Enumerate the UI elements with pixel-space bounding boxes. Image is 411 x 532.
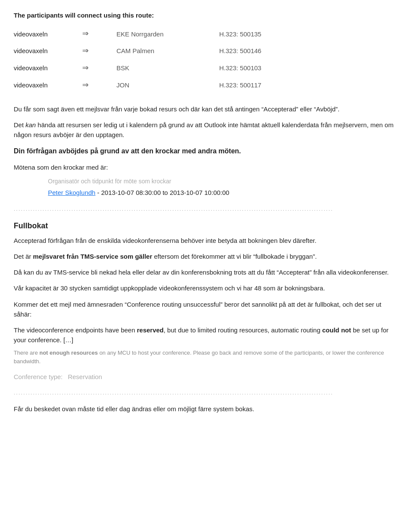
collision-warning: Din förfrågan avböjdes på grund av att d…	[14, 146, 397, 157]
route-to: JON	[116, 77, 219, 94]
quote2-start: There are	[14, 350, 39, 356]
conference-type-value: Reservation	[68, 373, 102, 380]
fullbokat-p5: Kommer det ett mejl med ämnesraden “Conf…	[14, 299, 397, 320]
dotted-line-1: ........................................…	[14, 205, 397, 213]
fullbokat-p4-text: Vår kapacitet är 30 stycken samtidigt up…	[14, 284, 325, 292]
quote1-end: , but due to limited routing resources, …	[164, 326, 322, 334]
route-row: videovaxeln ⇒ BSK H.323: 500103	[14, 60, 397, 77]
quote1-bold2: could not	[322, 326, 351, 334]
collision-meetings-text: Mötena som den krockar med är:	[14, 164, 108, 171]
collision-table-header: Organisatör och tidpunkt för möte som kr…	[48, 177, 397, 186]
collision-meeting-time: - 2013-10-07 08:30:00 to 2013-10-07 10:0…	[95, 189, 229, 196]
quote2-bold: not enough resources	[39, 350, 98, 356]
fullbokat-p1-text: Accepterad förfrågan från de enskilda vi…	[14, 237, 316, 244]
fullbokat-section: Fullbokat Accepterad förfrågan från de e…	[14, 220, 397, 382]
quote1-start: The videoconference endpoints have been	[14, 326, 137, 334]
fullbokat-p2: Det är mejlsvaret från TMS-service som g…	[14, 251, 397, 261]
fullbokat-p1: Accepterad förfrågan från de enskilda vi…	[14, 236, 397, 245]
route-to: BSK	[116, 60, 219, 77]
route-from: videovaxeln	[14, 60, 82, 77]
route-arrow: ⇒	[82, 60, 116, 77]
collision-meetings-label: Mötena som den krockar med är:	[14, 162, 397, 172]
fullbokat-title: Fullbokat	[14, 220, 397, 232]
paragraph-1: Du får som sagt även ett mejlsvar från v…	[14, 104, 397, 114]
route-from: videovaxeln	[14, 42, 82, 60]
route-to: CAM Palmen	[116, 42, 219, 60]
paragraph-2-italic: kan	[26, 121, 36, 129]
fullbokat-p2-end: eftersom det förekommer att vi blir “ful…	[152, 253, 316, 260]
dotted-line-2: ........................................…	[14, 389, 397, 397]
last-line: Får du beskedet ovan måste tid eller dag…	[14, 404, 397, 414]
collision-meeting-row: Peter Skoglundh - 2013-10-07 08:30:00 to…	[48, 188, 397, 197]
route-title: The participants will connect using this…	[14, 10, 397, 20]
route-arrow: ⇒	[82, 42, 116, 60]
quote-block-2: There are not enough resources on any MC…	[14, 349, 397, 366]
collision-table: Organisatör och tidpunkt för möte som kr…	[48, 177, 397, 198]
fullbokat-p4: Vår kapacitet är 30 stycken samtidigt up…	[14, 283, 397, 293]
conference-type-label: Conference type:	[14, 373, 63, 380]
fullbokat-p3-text: Då kan du av TMS-service bli nekad hela …	[14, 269, 389, 276]
route-code: H.323: 500103	[219, 60, 397, 77]
route-code: H.323: 500117	[219, 77, 397, 94]
fullbokat-p2-start: Det är	[14, 253, 33, 260]
route-arrow: ⇒	[82, 25, 116, 42]
route-row: videovaxeln ⇒ CAM Palmen H.323: 500146	[14, 42, 397, 60]
conference-type-row: Conference type: Reservation	[14, 372, 397, 382]
paragraph-1-text: Du får som sagt även ett mejlsvar från v…	[14, 105, 340, 113]
route-code: H.323: 500146	[219, 42, 397, 60]
route-from: videovaxeln	[14, 77, 82, 94]
route-from: videovaxeln	[14, 25, 82, 42]
quote-block-1: The videoconference endpoints have been …	[14, 325, 397, 345]
route-code: H.323: 500135	[219, 25, 397, 42]
fullbokat-p2-bold: mejlsvaret från TMS-service som gäller	[33, 253, 152, 260]
quote1-bold: reserved	[137, 326, 164, 334]
fullbokat-p5-text: Kommer det ett mejl med ämnesraden “Conf…	[14, 301, 381, 318]
route-arrow: ⇒	[82, 77, 116, 94]
route-table: videovaxeln ⇒ EKE Norrgarden H.323: 5001…	[14, 25, 397, 94]
paragraph-2: Det kan hända att resursen ser ledig ut …	[14, 120, 397, 140]
paragraph-2-end: hända att resursen ser ledig ut i kalend…	[14, 121, 393, 138]
route-to: EKE Norrgarden	[116, 25, 219, 42]
route-row: videovaxeln ⇒ EKE Norrgarden H.323: 5001…	[14, 25, 397, 42]
fullbokat-p3: Då kan du av TMS-service bli nekad hela …	[14, 267, 397, 277]
collision-meeting-link[interactable]: Peter Skoglundh	[48, 189, 95, 196]
paragraph-2-start: Det	[14, 121, 26, 129]
route-row: videovaxeln ⇒ JON H.323: 500117	[14, 77, 397, 94]
route-section: The participants will connect using this…	[14, 10, 397, 94]
